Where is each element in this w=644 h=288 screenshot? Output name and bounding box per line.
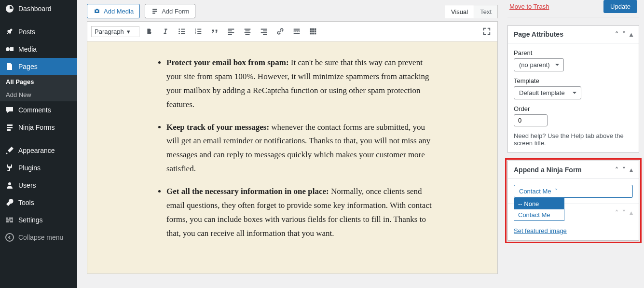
camera-icon <box>93 7 101 15</box>
template-select[interactable]: Default template <box>514 86 581 99</box>
sidebar-item-users[interactable]: Users <box>0 177 77 194</box>
pushpin-icon <box>5 27 14 37</box>
button-label: Add Form <box>162 8 189 15</box>
panel-up-icon[interactable]: ˄ <box>615 209 618 217</box>
sidebar-label: Collapse menu <box>18 233 63 241</box>
italic-button[interactable] <box>159 25 172 38</box>
admin-sidebar: Dashboard Posts Media Pages All Pages Ad… <box>0 0 77 288</box>
svg-point-6 <box>178 33 180 34</box>
fullscreen-button[interactable] <box>480 25 493 38</box>
format-toolbar: Paragraph ▾ 123 <box>87 22 497 41</box>
panel-up-icon[interactable]: ˄ <box>615 166 618 174</box>
editor-frame: Paragraph ▾ 123 Pr <box>87 21 498 274</box>
align-center-button[interactable] <box>241 25 254 38</box>
align-right-button[interactable] <box>257 25 271 38</box>
ninja-form-select[interactable]: Contact Me ˅ <box>514 185 633 198</box>
ninja-form-options: -- None Contact Me <box>514 198 564 221</box>
sidebar-sub-add-new[interactable]: Add New <box>0 88 77 101</box>
add-media-button[interactable]: Add Media <box>87 4 140 18</box>
sidebar-item-comments[interactable]: Comments <box>0 101 77 119</box>
select-value: Contact Me <box>519 188 551 195</box>
svg-point-0 <box>6 47 10 51</box>
link-button[interactable] <box>274 25 287 38</box>
ninja-form-option-contact[interactable]: Contact Me <box>514 209 564 220</box>
sidebar-label: Tools <box>18 199 34 206</box>
svg-rect-13 <box>310 30 312 32</box>
panel-down-icon[interactable]: ˅ <box>622 209 626 217</box>
panel-up-icon[interactable]: ˄ <box>615 30 618 38</box>
svg-rect-17 <box>312 33 314 35</box>
editor-content[interactable]: Protect your email box from spam: It can… <box>87 41 497 274</box>
dashboard-icon <box>5 4 14 14</box>
bold-button[interactable] <box>142 25 156 38</box>
media-icon <box>5 44 14 54</box>
list-lead: Keep track of your messages: <box>166 123 269 132</box>
editor-tabs: Visual Text <box>445 5 498 18</box>
select-value: Paragraph <box>95 28 124 35</box>
sidebar-item-appearance[interactable]: Appearance <box>0 142 77 159</box>
sidebar-label: Users <box>18 181 36 189</box>
svg-point-3 <box>96 10 98 12</box>
sidebar-item-plugins[interactable]: Plugins <box>0 159 77 177</box>
panel-title: Page Attributes <box>514 30 563 38</box>
add-form-button[interactable]: Add Form <box>145 4 195 18</box>
set-featured-image-link[interactable]: Set featured image <box>514 227 633 234</box>
order-input[interactable] <box>514 114 548 126</box>
ninja-form-option-none[interactable]: -- None <box>514 198 564 209</box>
sidebar-collapse[interactable]: Collapse menu <box>0 229 77 246</box>
svg-rect-16 <box>310 33 312 35</box>
toolbar-toggle-button[interactable] <box>306 25 320 38</box>
order-label: Order <box>514 105 633 112</box>
content-list-item: Protect your email box from spam: It can… <box>166 56 439 112</box>
sidebar-sub-all-pages[interactable]: All Pages <box>0 75 77 88</box>
svg-text:3: 3 <box>195 32 196 35</box>
button-label: Add Media <box>104 8 134 15</box>
sliders-icon <box>5 215 14 225</box>
move-to-trash-link[interactable]: Move to Trash <box>509 3 549 10</box>
read-more-button[interactable] <box>290 25 303 38</box>
sidebar-label: Ninja Forms <box>18 123 55 131</box>
panel-down-icon[interactable]: ˅ <box>622 30 626 38</box>
numbered-list-button[interactable]: 123 <box>192 25 205 38</box>
sidebar-label: Posts <box>18 28 35 36</box>
parent-select[interactable]: (no parent) <box>514 58 564 71</box>
panel-toggle-icon[interactable]: ▴ <box>630 30 633 38</box>
svg-rect-10 <box>310 28 312 30</box>
svg-rect-14 <box>312 30 314 32</box>
tab-text[interactable]: Text <box>474 5 498 18</box>
comments-icon <box>5 105 14 115</box>
parent-label: Parent <box>514 49 633 56</box>
align-left-button[interactable] <box>224 25 238 38</box>
chevron-down-icon: ˅ <box>555 188 558 195</box>
svg-rect-11 <box>312 28 314 30</box>
svg-point-2 <box>6 233 14 241</box>
tab-visual[interactable]: Visual <box>445 5 474 18</box>
bullet-list-button[interactable] <box>175 25 189 38</box>
blockquote-button[interactable] <box>208 25 221 38</box>
sidebar-item-settings[interactable]: Settings <box>0 211 77 229</box>
sidebar-item-media[interactable]: Media <box>0 41 77 58</box>
list-lead: Protect your email box from spam: <box>166 58 289 67</box>
sidebar-label: Media <box>18 45 37 53</box>
plug-icon <box>5 163 14 173</box>
sidebar-item-dashboard[interactable]: Dashboard <box>0 0 77 17</box>
sidebar-item-pages[interactable]: Pages <box>0 58 77 75</box>
svg-rect-18 <box>315 33 316 35</box>
sidebar-item-tools[interactable]: Tools <box>0 194 77 211</box>
update-button[interactable]: Update <box>603 0 637 13</box>
list-lead: Get all the necessary information in one… <box>166 187 329 196</box>
content-list-item: Keep track of your messages: whenever th… <box>166 121 439 177</box>
sidebar-item-ninja-forms[interactable]: Ninja Forms <box>0 119 77 136</box>
help-note: Need help? Use the Help tab above the sc… <box>514 132 633 147</box>
form-icon <box>5 123 14 132</box>
sidebar-label: Dashboard <box>18 5 52 13</box>
panel-title: Append a Ninja Form <box>514 166 582 174</box>
panel-down-icon[interactable]: ˅ <box>622 166 626 174</box>
block-format-select[interactable]: Paragraph ▾ <box>91 26 139 37</box>
append-ninja-form-panel: Append a Ninja Form ˄ ˅ ▴ Contact Me ˅ -… <box>507 161 639 241</box>
sidebar-label: Plugins <box>18 164 41 172</box>
user-icon <box>5 180 14 190</box>
panel-toggle-icon[interactable]: ▴ <box>630 209 633 217</box>
sidebar-item-posts[interactable]: Posts <box>0 23 77 41</box>
panel-toggle-icon[interactable]: ▴ <box>630 166 633 174</box>
